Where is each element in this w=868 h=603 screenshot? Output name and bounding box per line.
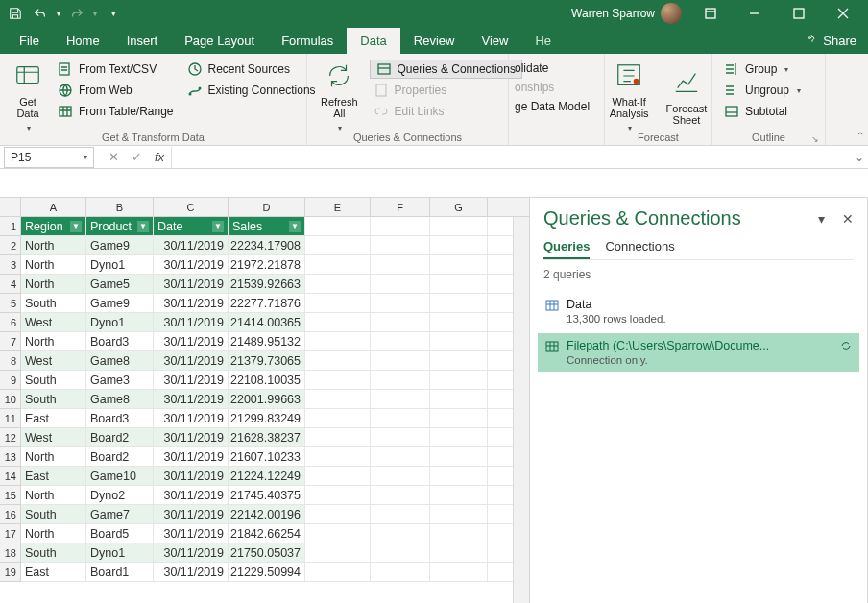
query-item[interactable]: Filepath (C:\Users\Sparrow\Docume... Con… <box>538 333 859 372</box>
cell-region[interactable]: South <box>21 543 86 563</box>
empty-cell[interactable] <box>430 390 488 409</box>
what-if-analysis-button[interactable]: What-If Analysis▾ <box>604 58 655 137</box>
cell-sales[interactable]: 21489.95132 <box>229 332 305 351</box>
minimize-icon[interactable] <box>734 0 776 27</box>
tab-file[interactable]: File <box>6 28 53 54</box>
cell-region[interactable]: South <box>21 294 86 313</box>
empty-cell[interactable] <box>371 467 430 486</box>
column-header[interactable]: F <box>371 198 430 217</box>
cell-product[interactable]: Board2 <box>86 447 154 467</box>
name-box-dropdown-icon[interactable]: ▾ <box>84 153 87 161</box>
column-header[interactable] <box>488 198 530 217</box>
tab-page-layout[interactable]: Page Layout <box>171 28 268 54</box>
empty-cell[interactable] <box>371 409 430 428</box>
worksheet-grid[interactable]: ABCDEFG1Region▼Product▼Date▼Sales▼2North… <box>0 198 530 603</box>
cell-sales[interactable]: 22277.71876 <box>229 294 305 313</box>
empty-cell[interactable] <box>430 543 488 563</box>
row-header[interactable]: 2 <box>0 236 21 255</box>
redo-dropdown-icon[interactable]: ▾ <box>90 3 100 24</box>
refresh-all-button[interactable]: Refresh All▾ <box>315 58 364 137</box>
column-header[interactable]: E <box>305 198 371 217</box>
row-header[interactable]: 1 <box>0 217 21 236</box>
row-header[interactable]: 4 <box>0 275 21 294</box>
cell-product[interactable]: Dyno1 <box>86 313 154 332</box>
query-refresh-icon[interactable] <box>840 340 852 351</box>
cell-region[interactable]: West <box>21 351 86 371</box>
empty-cell[interactable] <box>371 428 430 447</box>
cell-date[interactable]: 30/11/2019 <box>154 467 229 486</box>
empty-cell[interactable] <box>371 332 430 351</box>
cell-sales[interactable]: 21972.21878 <box>229 255 305 275</box>
select-all-corner[interactable] <box>0 198 21 217</box>
empty-cell[interactable] <box>371 371 430 390</box>
empty-cell[interactable] <box>305 486 371 505</box>
empty-cell[interactable] <box>430 217 488 236</box>
column-header[interactable]: A <box>21 198 86 217</box>
cell-sales[interactable]: 22108.10035 <box>229 371 305 390</box>
empty-cell[interactable] <box>305 236 371 255</box>
qat-customize-icon[interactable]: ▾ <box>102 3 125 24</box>
cell-region[interactable]: North <box>21 332 86 351</box>
cell-product[interactable]: Game8 <box>86 351 154 371</box>
empty-cell[interactable] <box>430 428 488 447</box>
empty-cell[interactable] <box>305 371 371 390</box>
empty-cell[interactable] <box>305 351 371 371</box>
row-header[interactable]: 18 <box>0 543 21 563</box>
cell-sales[interactable]: 22142.00196 <box>229 505 305 524</box>
empty-cell[interactable] <box>371 255 430 275</box>
cell-region[interactable]: North <box>21 524 86 543</box>
row-header[interactable]: 13 <box>0 447 21 467</box>
row-header[interactable]: 14 <box>0 467 21 486</box>
cell-date[interactable]: 30/11/2019 <box>154 313 229 332</box>
expand-formula-bar-icon[interactable]: ⌄ <box>851 151 868 164</box>
empty-cell[interactable] <box>430 255 488 275</box>
empty-cell[interactable] <box>305 313 371 332</box>
cell-region[interactable]: North <box>21 447 86 467</box>
cell-sales[interactable]: 21745.40375 <box>229 486 305 505</box>
cell-region[interactable]: North <box>21 236 86 255</box>
empty-cell[interactable] <box>371 236 430 255</box>
cell-date[interactable]: 30/11/2019 <box>154 563 229 582</box>
manage-data-model-truncated[interactable]: ge Data Model <box>511 98 596 115</box>
table-column-header[interactable]: Date▼ <box>154 217 229 236</box>
redo-icon[interactable] <box>65 3 88 24</box>
row-header[interactable]: 6 <box>0 313 21 332</box>
empty-cell[interactable] <box>430 371 488 390</box>
cell-product[interactable]: Game8 <box>86 390 154 409</box>
cell-date[interactable]: 30/11/2019 <box>154 255 229 275</box>
row-header[interactable]: 3 <box>0 255 21 275</box>
tab-help-truncated[interactable]: He <box>521 28 565 54</box>
share-button[interactable]: Share <box>794 27 868 54</box>
empty-cell[interactable] <box>430 313 488 332</box>
empty-cell[interactable] <box>305 505 371 524</box>
collapse-ribbon-icon[interactable]: ⌃ <box>856 131 864 141</box>
cell-date[interactable]: 30/11/2019 <box>154 275 229 294</box>
cell-product[interactable]: Board2 <box>86 428 154 447</box>
pane-tab-connections[interactable]: Connections <box>605 239 674 259</box>
tab-data[interactable]: Data <box>347 28 399 54</box>
cell-product[interactable]: Dyno1 <box>86 543 154 563</box>
cell-date[interactable]: 30/11/2019 <box>154 447 229 467</box>
cell-region[interactable]: North <box>21 486 86 505</box>
account-user[interactable]: Warren Sparrow <box>571 3 682 24</box>
ribbon-options-icon[interactable] <box>689 0 732 27</box>
tab-insert[interactable]: Insert <box>113 28 172 54</box>
empty-cell[interactable] <box>371 390 430 409</box>
recent-sources-button[interactable]: Recent Sources <box>183 60 320 79</box>
cell-date[interactable]: 30/11/2019 <box>154 505 229 524</box>
cell-region[interactable]: East <box>21 409 86 428</box>
empty-cell[interactable] <box>305 332 371 351</box>
from-web-button[interactable]: From Web <box>54 81 178 100</box>
cell-sales[interactable]: 21607.10233 <box>229 447 305 467</box>
empty-cell[interactable] <box>371 351 430 371</box>
cell-region[interactable]: North <box>21 255 86 275</box>
cell-sales[interactable]: 21224.12249 <box>229 467 305 486</box>
empty-cell[interactable] <box>430 294 488 313</box>
row-header[interactable]: 11 <box>0 409 21 428</box>
group-button[interactable]: Group▾ <box>720 60 817 79</box>
cell-sales[interactable]: 21628.38237 <box>229 428 305 447</box>
empty-cell[interactable] <box>430 524 488 543</box>
table-column-header[interactable]: Region▼ <box>21 217 86 236</box>
cell-sales[interactable]: 21750.05037 <box>229 543 305 563</box>
forecast-sheet-button[interactable]: Forecast Sheet <box>661 58 713 137</box>
